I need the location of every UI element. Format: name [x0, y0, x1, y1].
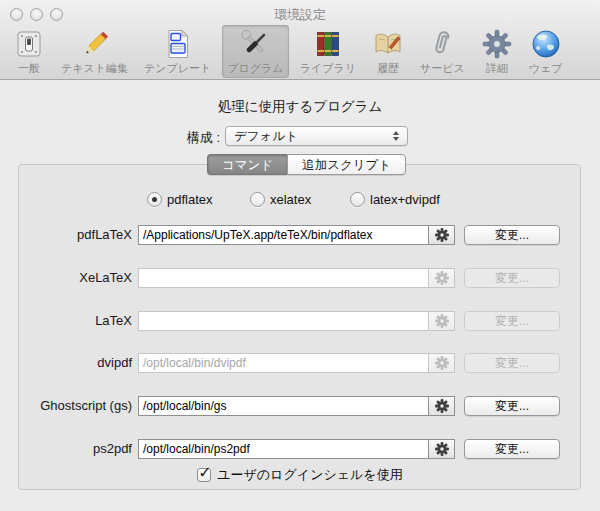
toolbar-item-text-editing[interactable]: テキスト編集: [56, 25, 133, 78]
row-label-dvipdf: dvipdf: [0, 353, 132, 373]
latex-gear-button: [428, 312, 454, 330]
ghostscript-gear-button[interactable]: [428, 397, 454, 415]
tab-command[interactable]: コマンド: [207, 154, 287, 175]
row-label-xelatex: XeLaTeX: [0, 268, 132, 288]
toolbar-item-library[interactable]: ライブラリ: [295, 25, 361, 78]
globe-icon: [530, 28, 562, 60]
gear-icon: [481, 28, 513, 60]
titlebar-toolbar: 環境設定 一般: [0, 0, 600, 80]
page-title: 処理に使用するプログラム: [0, 98, 600, 116]
checkmark-icon: ✓: [198, 463, 211, 482]
toolbar-item-program[interactable]: プログラム: [222, 25, 288, 78]
config-label: 構成 :: [130, 129, 220, 147]
row-label-pdflatex: pdfLaTeX: [0, 225, 132, 245]
latex-change-button: 変更...: [464, 311, 560, 331]
toolbar-item-history[interactable]: 履歴: [367, 25, 409, 78]
row-label-ghostscript: Ghostscript (gs): [0, 396, 132, 416]
pdflatex-path-input[interactable]: [139, 226, 428, 244]
toolbar-label: プログラム: [227, 61, 283, 76]
toolbar-item-services[interactable]: サービス: [415, 25, 470, 78]
radio-button-icon: [350, 192, 365, 207]
tab-bar: コマンド 追加スクリプト: [207, 154, 406, 175]
toolbar-label: テンプレート: [144, 61, 211, 76]
popup-arrows-icon: [387, 131, 405, 141]
checkbox-label: ユーザのログインシェルを使用: [217, 466, 402, 484]
dvipdf-gear-button: [428, 354, 454, 372]
config-popup[interactable]: デフォルト: [225, 126, 408, 146]
toolbar-item-general[interactable]: 一般: [8, 25, 50, 78]
radio-button-icon: [250, 192, 265, 207]
ps2pdf-change-button[interactable]: 変更...: [464, 439, 560, 459]
gear-small-icon: [435, 399, 449, 413]
gear-small-icon: [435, 356, 449, 370]
ps2pdf-path-input[interactable]: [139, 440, 428, 458]
radio-label: latex+dvipdf: [370, 192, 440, 207]
pdflatex-change-button[interactable]: 変更...: [464, 225, 560, 245]
open-book-icon: [372, 28, 404, 60]
toolbar-item-template[interactable]: テンプレート: [139, 25, 216, 78]
toolbar-label: テキスト編集: [61, 61, 128, 76]
config-popup-value: デフォルト: [226, 128, 387, 145]
latex-path-input: [139, 312, 428, 330]
path-field-unit: [138, 268, 455, 288]
dvipdf-path-input: [139, 354, 428, 372]
paperclip-icon: [426, 28, 458, 60]
pdflatex-gear-button[interactable]: [428, 226, 454, 244]
radio-label: pdflatex: [167, 192, 213, 207]
radio-xelatex[interactable]: xelatex: [250, 192, 311, 207]
login-shell-checkbox-row[interactable]: ✓ ユーザのログインシェルを使用: [0, 466, 600, 484]
tools-icon: [239, 28, 271, 60]
tab-additional-scripts[interactable]: 追加スクリプト: [287, 154, 406, 175]
toolbar-label: サービス: [420, 61, 465, 76]
gear-small-icon: [435, 228, 449, 242]
ghostscript-change-button[interactable]: 変更...: [464, 396, 560, 416]
xelatex-path-input: [139, 269, 428, 287]
window-title: 環境設定: [0, 6, 600, 24]
gear-small-icon: [435, 442, 449, 456]
toolbar-label: 一般: [18, 61, 40, 76]
template-icon: [162, 28, 194, 60]
path-field-unit: [138, 353, 455, 373]
pencil-icon: [79, 28, 111, 60]
books-icon: [312, 28, 344, 60]
radio-button-icon: [147, 192, 162, 207]
toolbar-label: ウェブ: [529, 61, 563, 76]
xelatex-gear-button: [428, 269, 454, 287]
path-field-unit: [138, 439, 455, 459]
preferences-window: 環境設定 一般: [0, 0, 600, 511]
row-label-ps2pdf: ps2pdf: [0, 439, 132, 459]
switch-icon: [13, 28, 45, 60]
path-field-unit: [138, 225, 455, 245]
gear-small-icon: [435, 271, 449, 285]
path-field-unit: [138, 311, 455, 331]
toolbar-item-advanced[interactable]: 詳細: [476, 25, 518, 78]
checkbox-icon[interactable]: ✓: [197, 468, 211, 482]
path-field-unit: [138, 396, 455, 416]
ps2pdf-gear-button[interactable]: [428, 440, 454, 458]
toolbar-label: ライブラリ: [300, 61, 356, 76]
radio-latex-dvipdf[interactable]: latex+dvipdf: [350, 192, 440, 207]
toolbar-label: 詳細: [486, 61, 508, 76]
toolbar-label: 履歴: [377, 61, 399, 76]
radio-pdflatex[interactable]: pdflatex: [147, 192, 213, 207]
radio-label: xelatex: [270, 192, 311, 207]
dvipdf-change-button: 変更...: [464, 353, 560, 373]
gear-small-icon: [435, 314, 449, 328]
toolbar: 一般 テキスト編集: [8, 25, 567, 78]
xelatex-change-button: 変更...: [464, 268, 560, 288]
ghostscript-path-input[interactable]: [139, 397, 428, 415]
toolbar-item-web[interactable]: ウェブ: [524, 25, 568, 78]
row-label-latex: LaTeX: [0, 311, 132, 331]
